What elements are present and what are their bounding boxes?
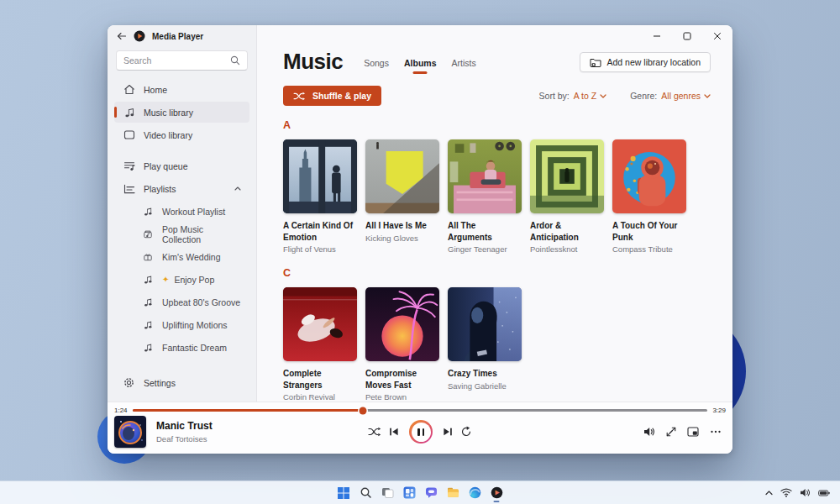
sidebar-spacer	[108, 359, 256, 372]
start-button[interactable]	[333, 483, 354, 503]
tab-songs[interactable]: Songs	[364, 58, 389, 74]
sidebar-playlist-workout[interactable]: Workout Playlist	[114, 201, 249, 222]
playlist-label: Pop Music Collection	[162, 224, 241, 244]
playlist-label: Enjoy Pop	[174, 275, 214, 285]
album-card[interactable]: Complete Strangers Corbin Revival	[283, 287, 357, 402]
sparkle-icon: ✦	[162, 275, 169, 284]
filters: Sort by: A to Z Genre: All genres	[539, 91, 711, 101]
repeat-button[interactable]	[460, 426, 472, 438]
mini-player-button[interactable]	[687, 427, 699, 437]
file-explorer-button[interactable]	[443, 483, 463, 503]
edge-button[interactable]	[465, 483, 485, 503]
playlist-label: Uplifting Motions	[162, 320, 228, 330]
page-header: Music Songs Albums Artists Add new libra…	[257, 47, 732, 75]
wifi-icon[interactable]	[780, 488, 792, 497]
fullscreen-button[interactable]	[666, 427, 676, 437]
toolbar: Shuffle & play Sort by: A to Z Genre: Al…	[257, 75, 732, 106]
shuffle-play-button[interactable]: Shuffle & play	[283, 86, 381, 106]
sidebar: Media Player Home Music library Video li…	[108, 25, 257, 402]
nav-group-gap	[114, 146, 249, 155]
sidebar-playlist-pop-collection[interactable]: Pop Music Collection	[114, 223, 249, 244]
search-input[interactable]	[123, 55, 230, 66]
battery-icon[interactable]	[818, 490, 830, 496]
album-title: A Certain Kind Of Emotion	[283, 220, 357, 243]
playlist-label: Fantastic Dream	[162, 343, 227, 353]
album-grid-a: A Certain Kind Of Emotion Flight of Venu…	[283, 139, 711, 254]
sidebar-playlist-enjoy-pop[interactable]: ✦ Enjoy Pop	[114, 269, 249, 290]
album-card[interactable]: A Certain Kind Of Emotion Flight of Venu…	[283, 139, 357, 254]
player-controls-row: Manic Trust Deaf Tortoises	[108, 414, 732, 454]
search-icon	[230, 55, 240, 66]
album-card[interactable]: All I Have Is Me Kicking Gloves	[365, 139, 439, 254]
sort-dropdown[interactable]: Sort by: A to Z	[539, 91, 607, 101]
tab-artists[interactable]: Artists	[451, 58, 475, 74]
titlebar-right	[257, 25, 732, 47]
genre-dropdown[interactable]: Genre: All genres	[630, 91, 711, 101]
volume-button[interactable]	[643, 427, 655, 437]
album-cover-art	[283, 139, 357, 213]
music-note-icon	[141, 343, 154, 352]
tab-strip: Songs Albums Artists	[364, 58, 475, 74]
album-card[interactable]: A Touch Of Your Punk Compass Tribute	[612, 139, 686, 254]
now-playing-info[interactable]: Manic Trust Deaf Tortoises	[156, 420, 213, 444]
next-button[interactable]	[443, 427, 453, 437]
sidebar-item-label: Play queue	[144, 161, 188, 171]
widgets-button[interactable]	[399, 483, 419, 503]
add-library-label: Add new library location	[607, 57, 701, 67]
album-grid-c: Complete Strangers Corbin Revival Compro…	[283, 287, 711, 402]
more-options-button[interactable]	[710, 427, 722, 437]
active-app-indicator	[494, 501, 500, 502]
sidebar-item-playlists[interactable]: Playlists	[114, 178, 249, 199]
add-library-button[interactable]: Add new library location	[580, 52, 711, 72]
sidebar-item-play-queue[interactable]: Play queue	[114, 155, 249, 176]
elapsed-time: 1:24	[114, 407, 128, 414]
sidebar-playlist-uplifting-motions[interactable]: Uplifting Motions	[114, 314, 249, 335]
album-card[interactable]: Compromise Moves Fast Pete Brown	[365, 287, 439, 402]
task-view-button[interactable]	[377, 483, 397, 503]
chevron-up-icon[interactable]	[234, 186, 241, 191]
minimize-button[interactable]	[642, 25, 672, 47]
progress-thumb[interactable]	[359, 407, 366, 414]
sidebar-item-settings[interactable]: Settings	[114, 372, 249, 393]
sidebar-playlist-fantastic-dream[interactable]: Fantastic Dream	[114, 337, 249, 358]
sidebar-item-label: Playlists	[144, 184, 176, 194]
back-button[interactable]	[117, 32, 127, 40]
volume-tray-icon[interactable]	[800, 488, 811, 497]
sidebar-item-video-library[interactable]: Video library	[114, 124, 249, 145]
sidebar-item-home[interactable]: Home	[114, 79, 249, 100]
seek-bar[interactable]	[133, 409, 708, 412]
taskbar	[0, 480, 840, 504]
album-title: Compromise Moves Fast	[365, 368, 439, 391]
system-tray	[765, 488, 840, 497]
tray-chevron-up-icon[interactable]	[765, 491, 773, 496]
sidebar-nav: Home Music library Video library Play qu…	[108, 78, 256, 359]
section-letter: A	[283, 119, 711, 131]
sidebar-playlist-kims-wedding[interactable]: Kim's Wedding	[114, 246, 249, 267]
album-card[interactable]: All The Arguments Ginger Teenager	[448, 139, 522, 254]
desktop: { "titlebar": { "app_title": "Media Play…	[0, 0, 840, 504]
previous-button[interactable]	[389, 427, 399, 437]
media-player-window: Media Player Home Music library Video li…	[108, 25, 732, 454]
album-artist: Saving Gabrielle	[448, 381, 522, 391]
close-button[interactable]	[702, 25, 732, 47]
tab-albums[interactable]: Albums	[404, 58, 437, 74]
album-artist: Corbin Revival	[283, 392, 357, 402]
chat-button[interactable]	[421, 483, 441, 503]
album-cover-art	[530, 139, 604, 213]
progress-fill	[133, 409, 363, 412]
taskbar-search-button[interactable]	[355, 483, 375, 503]
shuffle-toggle-button[interactable]	[368, 427, 381, 437]
sidebar-item-music-library[interactable]: Music library	[114, 102, 249, 123]
album-card[interactable]: Crazy Times Saving Gabrielle	[448, 287, 522, 402]
sidebar-playlist-upbeat-80s[interactable]: Upbeat 80's Groove	[114, 291, 249, 312]
sidebar-item-label: Video library	[144, 130, 192, 140]
maximize-button[interactable]	[672, 25, 702, 47]
now-playing-art[interactable]	[114, 416, 146, 448]
album-card[interactable]: Ardor & Anticipation Pointlessknot	[530, 139, 604, 254]
album-cover-art	[612, 139, 686, 213]
sort-label: Sort by:	[539, 91, 570, 101]
music-note-icon	[141, 275, 154, 284]
pause-button[interactable]	[409, 420, 433, 444]
window-title: Media Player	[152, 32, 203, 41]
media-player-taskbar-button[interactable]	[486, 483, 507, 503]
